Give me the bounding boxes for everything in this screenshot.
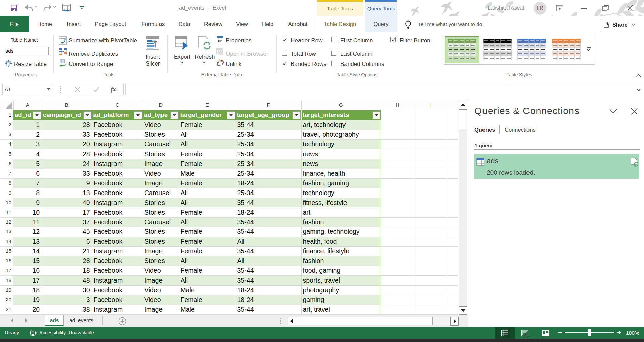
svg-text:?: ? — [35, 331, 37, 336]
